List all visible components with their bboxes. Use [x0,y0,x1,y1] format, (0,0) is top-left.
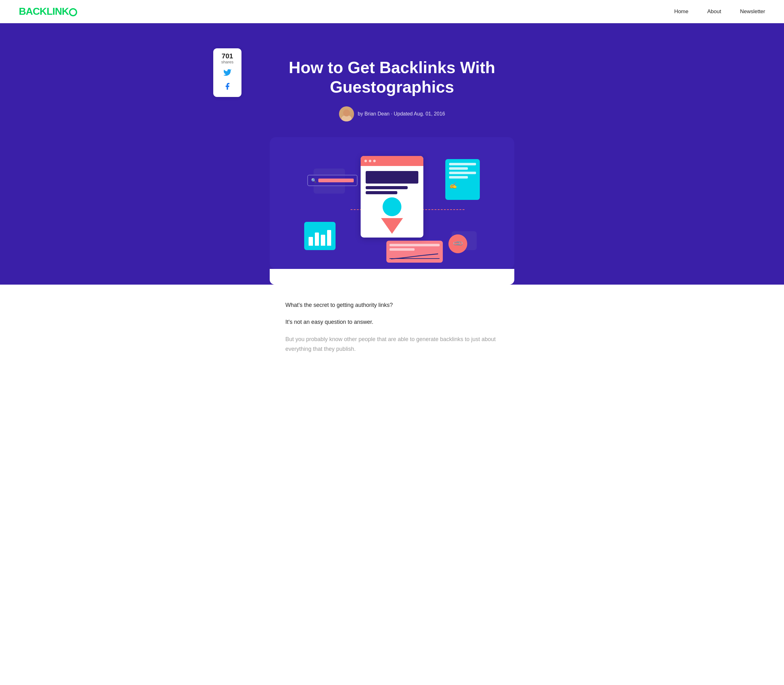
avatar [339,106,354,122]
paragraph-3: But you probably know other people that … [285,334,499,354]
article-body: What's the secret to getting authority l… [267,285,517,380]
article-title: How to Get Backlinks With Guestographics [288,58,496,97]
browser-mockup [361,156,423,237]
doc-line-4 [449,176,468,179]
content-bar-1 [366,171,418,183]
paragraph-1: What's the secret to getting authority l… [285,300,499,310]
share-label: shares [218,60,236,64]
bar-3 [321,235,325,246]
bar-2 [315,232,319,246]
content-bar-2 [366,186,408,189]
bar-1 [309,237,313,246]
pink-card-illustration [386,241,443,263]
signature-icon: ✍ [449,182,476,189]
article-title-area: How to Get Backlinks With Guestographics… [257,58,527,122]
hero-illustration-wrapper: 🔍 [270,137,514,269]
hero-section: 701 shares How to Get Backlinks With Gue… [0,23,784,269]
browser-content [361,166,423,239]
browser-dot-2 [369,160,371,162]
doc-line-3 [449,172,476,174]
facebook-share-button[interactable] [218,82,236,93]
doc-line-1 [449,163,476,166]
nav-about[interactable]: About [707,8,721,15]
search-box-illustration: 🔍 [307,175,358,186]
share-widget: 701 shares [213,48,241,97]
content-bar-3 [366,191,397,194]
paragraph-2: It's not an easy question to answer. [285,317,499,327]
chart-illustration [304,222,335,250]
doc-line-2 [449,167,468,170]
main-content: What's the secret to getting authority l… [0,285,784,380]
site-logo[interactable]: BACKLINK [19,6,77,17]
share-count: 701 [218,53,236,60]
bar-4 [327,230,332,246]
twitter-share-button[interactable] [218,68,236,79]
hero-content: 701 shares How to Get Backlinks With Gue… [220,42,564,269]
hero-rounded-box: 🔍 [270,137,514,269]
paperclip-icon: 📎 [452,238,463,250]
link-circle-illustration: 📎 [449,234,467,253]
document-illustration: ✍ [445,159,480,200]
search-bar-illus [318,179,354,182]
author-text: by Brian Dean · Updated Aug. 01, 2016 [358,111,445,117]
triangle-graphic [381,218,403,234]
nav-newsletter[interactable]: Newsletter [740,8,765,15]
author-line: by Brian Dean · Updated Aug. 01, 2016 [288,106,496,122]
circle-graphic [382,197,402,216]
hero-bottom [0,269,784,285]
pink-line-1 [389,244,440,246]
nav-home[interactable]: Home [674,8,688,15]
hero-illustration: 🔍 [288,150,496,269]
browser-dot-3 [373,160,376,162]
browser-dot-1 [364,160,367,162]
browser-bar [361,156,423,166]
site-header: BACKLINK Home About Newsletter [0,0,784,23]
hero-bottom-fill [270,269,514,285]
main-nav: Home About Newsletter [674,8,765,15]
magnify-icon: 🔍 [311,178,316,183]
pink-line-2 [389,248,415,251]
curve-graphic [389,253,440,259]
